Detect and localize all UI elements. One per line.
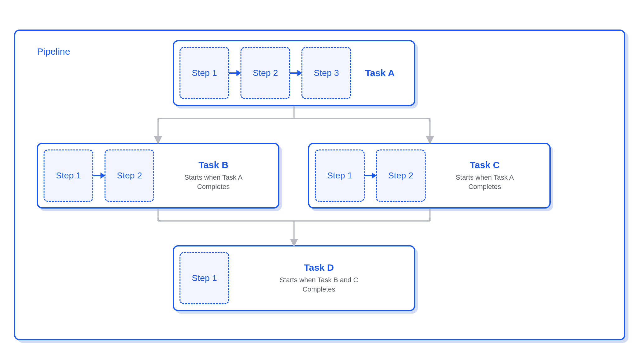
step-box: Step 1 [180,47,229,99]
task-a-steps: Step 1 Step 2 Step 3 [180,47,351,99]
step-box: Step 1 [315,149,365,202]
task-b-label-area: Task B Starts when Task A Completes [154,149,273,202]
step-box: Step 2 [240,47,290,99]
step-box: Step 1 [180,252,229,304]
step-box: Step 1 [44,149,93,202]
task-c-steps: Step 1 Step 2 [315,149,426,202]
arrow-right-icon [289,69,303,77]
arrow-right-icon [228,69,242,77]
task-d-label-area: Task D Starts when Task B and C Complete… [229,252,408,304]
task-title: Task A [365,68,394,78]
task-d-steps: Step 1 [180,252,229,304]
pipeline-title: Pipeline [37,46,70,57]
task-title: Task D [304,262,334,273]
svg-marker-5 [100,172,105,179]
task-b: Step 1 Step 2 Task B Starts when Task A … [37,143,279,209]
task-c-label-area: Task C Starts when Task A Completes [426,149,544,202]
task-subtitle: Starts when Task B and C Completes [280,275,358,294]
arrow-right-icon [363,171,377,180]
task-b-steps: Step 1 Step 2 [44,149,154,202]
task-title: Task B [198,160,228,170]
svg-marker-7 [372,172,376,179]
svg-marker-1 [236,70,241,76]
step-box: Step 3 [301,47,351,99]
task-a: Step 1 Step 2 Step 3 Task A [173,40,415,106]
task-d: Step 1 Task D Starts when Task B and C C… [173,245,415,311]
task-title: Task C [470,160,500,170]
task-c: Step 1 Step 2 Task C Starts when Task A … [308,143,551,209]
arrow-right-icon [92,171,106,180]
step-box: Step 2 [105,149,154,202]
task-a-label-area: Task A [351,47,408,99]
step-box: Step 2 [376,149,426,202]
task-subtitle: Starts when Task A Completes [184,173,243,191]
task-subtitle: Starts when Task A Completes [456,173,514,191]
svg-marker-3 [297,70,302,76]
